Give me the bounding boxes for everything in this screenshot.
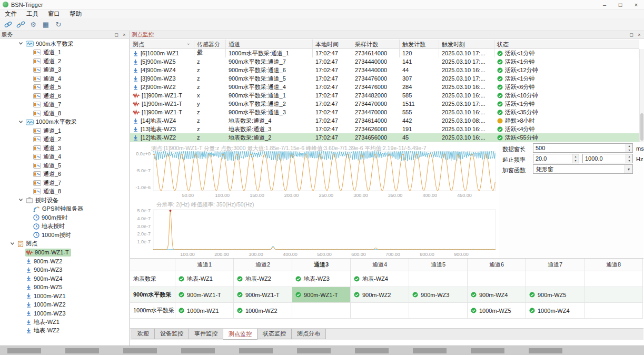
tree-item[interactable]: 1000m-WZ1 bbox=[0, 292, 129, 301]
scrollbar-thumb[interactable] bbox=[640, 113, 643, 141]
grid-cell[interactable]: 地表-WZ1 bbox=[175, 271, 234, 287]
grid-cell[interactable]: 900m-WZ2 bbox=[351, 287, 409, 303]
grid-cell[interactable] bbox=[409, 303, 468, 319]
table-row[interactable]: [5]900m-WZ5z900m水平数采:通道_717:02:472734440… bbox=[130, 57, 639, 66]
waveform-chart[interactable]: 0.0e+0-5.0e-7-1.0e-650.00100.00150.00200… bbox=[130, 151, 499, 203]
tree-item[interactable]: 通道_3 bbox=[0, 66, 129, 75]
grid-cell[interactable] bbox=[292, 303, 351, 319]
taskbar-item[interactable] bbox=[65, 348, 99, 353]
grid-cell[interactable]: 地表-WZ2 bbox=[234, 271, 292, 287]
grid-column-header-1[interactable]: 通道2 bbox=[234, 259, 292, 271]
tab-3[interactable]: 测点监控 bbox=[223, 329, 257, 340]
close-panel-icon[interactable]: × bbox=[121, 32, 127, 37]
tree-item[interactable]: 通道_4 bbox=[0, 153, 129, 162]
minimize-button[interactable]: – bbox=[597, 0, 612, 9]
tree-item[interactable]: 地表授时 bbox=[0, 222, 129, 231]
tree-item[interactable]: 通道_6 bbox=[0, 92, 129, 101]
grid-cell[interactable] bbox=[468, 271, 526, 287]
grid-cell[interactable]: 900m-WZ1-T bbox=[292, 287, 351, 303]
grid-column-header-6[interactable]: 通道7 bbox=[526, 259, 584, 271]
table-row[interactable]: [14]地表-WZ4z地表数采:通道_417:02:47273461400044… bbox=[130, 116, 639, 125]
tree-expander-icon[interactable] bbox=[10, 241, 15, 246]
column-header-0[interactable]: 测点⌄ bbox=[130, 40, 194, 57]
spin-up-icon[interactable]: ▴ bbox=[572, 154, 579, 159]
grid-cell[interactable]: 1000m-WZ1 bbox=[175, 303, 234, 319]
table-row[interactable]: [1]900m-WZ1-Tz900m水平数采:通道_317:02:4727344… bbox=[130, 108, 639, 116]
table-row[interactable]: [1]900m-WZ1-Tx900m水平数采:通道_117:02:4727344… bbox=[130, 91, 639, 100]
freq-to-spinner[interactable]: ▴ ▾ bbox=[626, 154, 632, 163]
taskbar-item[interactable] bbox=[297, 348, 331, 353]
grid-cell[interactable] bbox=[584, 271, 643, 287]
table-scrollbar[interactable] bbox=[639, 49, 644, 142]
tab-4[interactable]: 状态监控 bbox=[257, 329, 292, 339]
grid-column-header-3[interactable]: 通道4 bbox=[351, 259, 409, 271]
tree-item[interactable]: 通道_6 bbox=[0, 170, 129, 179]
tree-item[interactable]: 通道_2 bbox=[0, 57, 129, 66]
tree-item[interactable]: 通道_3 bbox=[0, 144, 129, 153]
freq-from-input[interactable] bbox=[533, 154, 572, 163]
layout-icon[interactable]: ▦ bbox=[40, 19, 52, 30]
close-button[interactable]: × bbox=[628, 0, 644, 9]
tree-item[interactable]: 900m-WZ1-T bbox=[0, 248, 129, 257]
tree-item[interactable]: 900m-WZ5 bbox=[0, 283, 129, 292]
tab-0[interactable]: 欢迎 bbox=[132, 329, 155, 339]
connect-icon[interactable] bbox=[2, 19, 14, 30]
tree-item[interactable]: 通道_2 bbox=[0, 135, 129, 144]
column-header-4[interactable]: 采样计数 bbox=[352, 40, 400, 57]
grid-cell[interactable] bbox=[351, 303, 409, 319]
grid-cell[interactable] bbox=[584, 287, 643, 303]
taskbar-item[interactable] bbox=[7, 348, 41, 353]
freq-to-input[interactable] bbox=[583, 154, 626, 163]
tree-item[interactable]: 通道_7 bbox=[0, 179, 129, 188]
tree-item[interactable]: 地表-WZ1 bbox=[0, 318, 129, 327]
table-row[interactable]: [4]900m-WZ4z900m水平数采:通道_617:02:472734440… bbox=[130, 66, 639, 74]
column-header-1[interactable]: 传感器分量 bbox=[194, 40, 226, 57]
refresh-icon[interactable]: ↻ bbox=[53, 19, 64, 30]
tree-item[interactable]: 地表-WZ2 bbox=[0, 327, 129, 336]
float-panel-icon[interactable]: ◻ bbox=[113, 32, 120, 37]
maximize-button[interactable]: □ bbox=[612, 0, 628, 9]
menu-item-3[interactable]: 帮助 bbox=[65, 9, 86, 18]
table-row[interactable]: [12]地表-WZ2z地表数采:通道_217:02:47273465600045… bbox=[130, 133, 639, 142]
column-header-5[interactable]: 触发计数 bbox=[400, 40, 439, 57]
grid-cell[interactable]: 地表-WZ4 bbox=[351, 271, 409, 287]
settings-icon[interactable]: ⚙ bbox=[27, 19, 39, 30]
menu-item-1[interactable]: 工具 bbox=[22, 9, 43, 18]
tree-item[interactable]: 通道_1 bbox=[0, 126, 129, 135]
menu-item-2[interactable]: 窗口 bbox=[43, 9, 65, 18]
tree-item[interactable]: 测点 bbox=[0, 240, 129, 249]
window-function-select[interactable]: 矩形窗 ▾ bbox=[533, 164, 633, 174]
column-header-6[interactable]: 触发时刻 bbox=[439, 40, 494, 57]
window-length-spinner[interactable]: ▴ ▾ bbox=[626, 144, 632, 152]
grid-cell[interactable]: 900m-WZ1-T bbox=[234, 287, 292, 303]
tree-item[interactable]: 900m-WZ3 bbox=[0, 265, 129, 274]
taskbar-item[interactable] bbox=[123, 348, 157, 353]
tree-item[interactable]: 1000m授时 bbox=[0, 231, 129, 240]
tree-expander-icon[interactable] bbox=[18, 198, 23, 202]
grid-cell[interactable]: 900m-WZ3 bbox=[409, 287, 468, 303]
tree-expander-icon[interactable] bbox=[18, 120, 23, 124]
menu-item-0[interactable]: 文件 bbox=[0, 9, 22, 18]
spin-down-icon[interactable]: ▾ bbox=[572, 159, 579, 163]
disconnect-icon[interactable] bbox=[15, 19, 26, 30]
spin-up-icon[interactable]: ▴ bbox=[626, 154, 632, 159]
tab-2[interactable]: 事件监控 bbox=[189, 329, 223, 339]
window-length-input[interactable] bbox=[533, 144, 626, 152]
tree-item[interactable]: 通道_8 bbox=[0, 188, 129, 196]
grid-cell[interactable] bbox=[584, 303, 643, 319]
tree-item[interactable]: 通道_1 bbox=[0, 48, 129, 57]
tree-item[interactable]: 通道_8 bbox=[0, 109, 129, 118]
column-header-2[interactable]: 通道 bbox=[226, 40, 313, 57]
grid-cell[interactable]: 1000m-WZ2 bbox=[234, 303, 292, 319]
tree-item[interactable]: 900m水平数采 bbox=[0, 40, 129, 48]
taskbar-item[interactable] bbox=[239, 348, 273, 353]
column-header-7[interactable]: 状态 bbox=[494, 40, 639, 57]
spin-up-icon[interactable]: ▴ bbox=[626, 144, 632, 148]
tree-item[interactable]: GPS时钟服务器 bbox=[0, 205, 129, 214]
taskbar-item[interactable] bbox=[181, 348, 215, 353]
taskbar-item[interactable] bbox=[529, 348, 562, 353]
grid-cell[interactable]: 900m-WZ5 bbox=[526, 287, 584, 303]
column-header-3[interactable]: 本地时间 bbox=[313, 40, 352, 57]
grid-cell[interactable]: 1000m-WZ5 bbox=[468, 303, 526, 319]
grid-cell[interactable] bbox=[409, 271, 468, 287]
